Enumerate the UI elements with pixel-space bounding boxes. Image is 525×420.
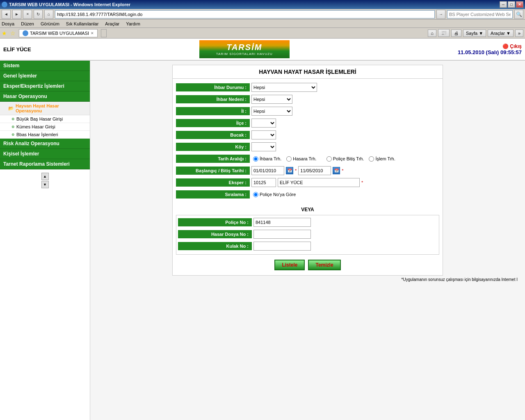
radio-police-no[interactable]: Poliçe No'ya Göre (253, 192, 296, 197)
scroll-down-button[interactable]: ▼ (41, 181, 49, 188)
radio-police-bitis-input[interactable] (326, 156, 332, 162)
baslangic-date-input[interactable] (251, 166, 284, 175)
row-ilce: İlçe : (176, 118, 439, 128)
toolbar-sayfa[interactable]: Sayfa ▼ (463, 30, 486, 37)
page-header: ELİF YÜCE TARSİM TARIM SİGORTALARI HAVUZ… (0, 39, 525, 61)
bitis-calendar-button[interactable]: 📅 (333, 167, 340, 174)
logout-button[interactable]: 🔴 Çıkış (502, 43, 522, 49)
radio-ihbara-input[interactable] (253, 156, 258, 162)
menu-gorunum[interactable]: Görünüm (41, 21, 59, 26)
row-tarih-araligi: Tarih Aralığı : İhbara Trh. Hasara Trh. (176, 153, 439, 164)
tab-close-button[interactable]: ✕ (91, 31, 94, 35)
select-ihbar-durumu[interactable]: Hepsi (251, 83, 317, 92)
expand-icon-buyukbas: ⊕ (11, 117, 15, 121)
close-button[interactable]: ✕ (516, 1, 523, 8)
radio-islem[interactable]: İşlem Trh. (369, 156, 395, 162)
sidebar-item-hayvan[interactable]: 📂 Hayvan Hayat Hasar Operasyonu (0, 102, 90, 115)
search-input[interactable] (447, 10, 513, 18)
row-ihbar-nedeni: İhbar Nedeni : Hepsi (176, 94, 439, 105)
second-section: Poliçe No : Hasar Dosya No : Kulak No : (176, 215, 439, 255)
menu-sik-kullanilan[interactable]: Sık Kullanılanlar (66, 21, 99, 26)
police-no-input[interactable] (253, 218, 311, 227)
row-il: İl : Hepsi (176, 106, 439, 116)
toolbar-expand[interactable]: » (515, 30, 523, 37)
toolbar-feeds[interactable]: 📰 (438, 29, 450, 37)
refresh-button[interactable]: ↻ (34, 10, 43, 19)
baslangic-calendar-button[interactable]: 📅 (286, 167, 293, 174)
select-ihbar-nedeni[interactable]: Hepsi (251, 95, 292, 104)
hasar-dosya-no-input[interactable] (253, 230, 311, 239)
sidebar-item-buyukbas[interactable]: ⊕ Büyük Baş Hasar Girişi (0, 115, 90, 123)
menu-araclar[interactable]: Araçlar (105, 21, 119, 26)
radio-islem-input[interactable] (369, 156, 374, 162)
minimize-button[interactable]: ─ (500, 1, 507, 8)
radio-hasara-label: Hasara Trh. (293, 156, 316, 161)
radio-ihbara[interactable]: İhbara Trh. (253, 156, 281, 162)
radio-police-no-input[interactable] (253, 192, 258, 197)
sidebar-item-genel[interactable]: Genel İşlemler (0, 71, 90, 81)
label-koy: Köy : (176, 143, 250, 151)
eksper-no-input[interactable] (251, 178, 276, 187)
bitis-required: * (342, 168, 343, 173)
sidebar-item-eksper[interactable]: Eksper/Ekspertiz İşlemleri (0, 81, 90, 91)
label-ihbar-durumu: İhbar Durumu : (176, 83, 250, 91)
browser-tab-active[interactable]: TARSIM WEB UYGULAMASI ✕ (19, 29, 98, 37)
toolbar-home[interactable]: ⌂ (428, 30, 436, 37)
label-eksper: Eksper : (176, 178, 250, 187)
bitis-date-input[interactable] (298, 166, 331, 175)
label-ilce: İlçe : (176, 119, 250, 127)
select-il[interactable]: Hepsi (251, 107, 292, 116)
back-button[interactable]: ◄ (2, 10, 11, 19)
menu-dosya[interactable]: Dosya (2, 21, 14, 26)
row-koy: Köy : (176, 142, 439, 152)
temizle-button[interactable]: Temizle (308, 260, 340, 270)
stop-button[interactable]: ✕ (23, 10, 32, 19)
logo-subtitle: TARIM SİGORTALARI HAVUZU (212, 52, 277, 56)
row-tarih-range: Başlangıç / Bitiş Tarihi : 📅 * 📅 * (176, 165, 439, 176)
radio-hasara[interactable]: Hasara Trh. (286, 156, 316, 162)
new-tab-button[interactable] (101, 29, 107, 37)
label-police-no: Poliçe No : (178, 218, 252, 226)
go-arrow[interactable]: → (436, 10, 445, 19)
radio-group-siralama: Poliçe No'ya Göre (250, 190, 299, 199)
scroll-up-button[interactable]: ▲ (41, 173, 49, 180)
sidebar-item-hasar[interactable]: Hasar Operasyonu (0, 91, 90, 102)
sidebar-scroll-controls: ▲ ▼ (0, 171, 90, 190)
select-koy[interactable] (251, 142, 276, 151)
address-input[interactable] (55, 10, 435, 18)
forward-button[interactable]: ► (12, 10, 21, 19)
action-row: Listele Temizle (173, 255, 443, 275)
search-button[interactable]: 🔍 (514, 10, 523, 19)
kulak-no-input[interactable] (253, 242, 311, 251)
content-wrapper: HAYVAN HAYAT HASAR İŞLEMLERİ İhbar Durum… (90, 61, 525, 420)
sidebar-item-kumes[interactable]: ⊕ Kümes Hasar Girişi (0, 123, 90, 131)
menu-yardim[interactable]: Yardım (126, 21, 140, 26)
radio-police-no-label: Poliçe No'ya Göre (260, 192, 296, 197)
add-favorite-star[interactable]: ☆ (10, 30, 16, 37)
label-il: İl : (176, 107, 250, 115)
radio-hasara-input[interactable] (286, 156, 292, 162)
sidebar-item-sistem[interactable]: Sistem (0, 61, 90, 71)
sidebar-item-kisisel[interactable]: Kişisel İşlemler (0, 149, 90, 159)
listele-button[interactable]: Listele (274, 260, 305, 270)
eksper-name-input[interactable] (278, 178, 360, 187)
toolbar-araclar[interactable]: Araçlar ▼ (488, 30, 514, 37)
maximize-button[interactable]: □ (508, 1, 515, 8)
label-tarih-range: Başlangıç / Bitiş Tarihi : (176, 167, 250, 175)
toolbar-print[interactable]: 🖨 (451, 30, 461, 37)
hayvan-label: Hayvan Hayat Hasar Operasyonu (16, 103, 87, 113)
date-separator: * (295, 168, 297, 173)
sidebar-item-bbas[interactable]: ⊕ Bbas Hasar İşlemleri (0, 131, 90, 139)
sidebar-item-risk[interactable]: Risk Analiz Operasyonu (0, 139, 90, 149)
row-siralama: Sıralama : Poliçe No'ya Göre (176, 189, 439, 200)
favorites-star[interactable]: ★ (2, 30, 7, 37)
home-button[interactable]: ⌂ (44, 10, 53, 19)
select-ilce[interactable] (251, 119, 276, 128)
veya-divider: VEYA (173, 204, 443, 215)
select-bucak[interactable] (251, 130, 276, 139)
label-hasar-dosya-no: Hasar Dosya No : (178, 230, 252, 238)
radio-police-bitis[interactable]: Poliçe Bitiş Trh. (326, 156, 364, 162)
sidebar-item-tarnet[interactable]: Tarnet Raporlama Sistemleri (0, 159, 90, 169)
menu-duzen[interactable]: Düzen (21, 21, 34, 26)
bookmarks-bar: ★ ☆ TARSIM WEB UYGULAMASI ✕ ⌂ 📰 🖨 Sayfa … (0, 28, 525, 39)
